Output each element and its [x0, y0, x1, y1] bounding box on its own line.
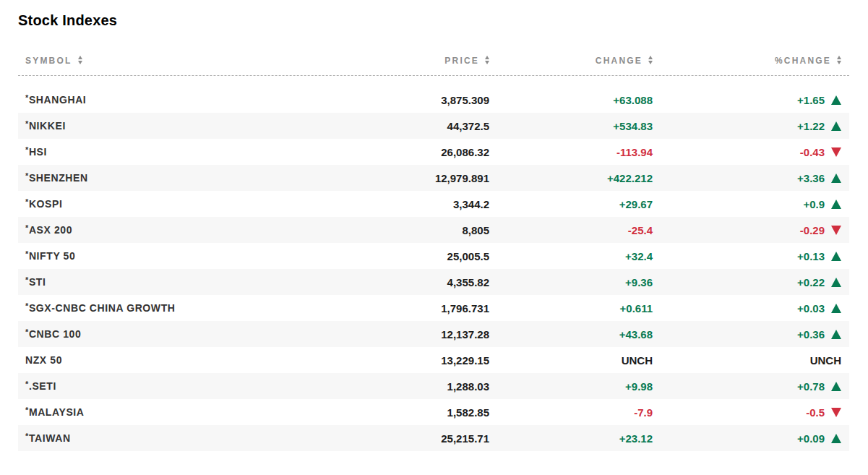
- table-row: *KOSPI 3,344.2 +29.67 +0.9: [18, 191, 849, 217]
- column-header-label: SYMBOL: [25, 56, 72, 66]
- table-row: *STI 4,355.82 +9.36 +0.22: [18, 269, 849, 295]
- pct-change-value: -0.29: [800, 224, 825, 236]
- pct-change-value: +0.09: [797, 432, 825, 445]
- page-title: Stock Indexes: [18, 12, 849, 29]
- pct-change-value: +0.13: [797, 250, 825, 262]
- price-value: 4,355.82: [294, 276, 489, 288]
- symbol-cell[interactable]: *MALAYSIA: [18, 406, 294, 418]
- price-value: 25,005.5: [294, 250, 489, 262]
- symbol-marker: *: [25, 249, 29, 258]
- symbol-marker: *: [25, 406, 29, 414]
- pct-change-value: +1.22: [797, 120, 825, 132]
- change-value: +9.36: [489, 276, 653, 288]
- table-row: NZX 50 13,229.15 UNCH UNCH: [18, 347, 849, 373]
- symbol-marker: *: [25, 93, 29, 102]
- column-header-label: PRICE: [444, 56, 479, 66]
- symbol-label: STI: [29, 276, 46, 288]
- symbol-marker: *: [25, 171, 29, 180]
- symbol-label: HSI: [29, 146, 47, 158]
- change-value: +9.98: [489, 380, 653, 393]
- change-value: -7.9: [489, 406, 653, 419]
- symbol-marker: *: [25, 432, 29, 440]
- up-arrow-icon: [831, 121, 841, 131]
- symbol-cell[interactable]: *SGX-CNBC CHINA GROWTH: [18, 302, 294, 314]
- pct-change-value: +0.22: [797, 276, 825, 288]
- table-row: *ASX 200 8,805 -25.4 -0.29: [18, 217, 849, 243]
- symbol-cell[interactable]: *TAIWAN: [18, 432, 294, 444]
- symbol-cell[interactable]: *SHANGHAI: [18, 94, 294, 106]
- pct-change-cell: +0.36: [653, 328, 841, 341]
- symbol-marker: *: [25, 223, 29, 232]
- change-value: -113.94: [489, 146, 653, 158]
- pct-change-cell: -0.29: [653, 224, 841, 236]
- table-row: *SHANGHAI 3,875.309 +63.088 +1.65: [18, 87, 849, 113]
- table-row: *TAIWAN 25,215.71 +23.12 +0.09: [18, 425, 849, 451]
- up-arrow-icon: [831, 200, 841, 209]
- pct-change-cell: UNCH: [653, 354, 841, 367]
- symbol-label: TAIWAN: [29, 432, 71, 444]
- change-value: +29.67: [489, 198, 653, 210]
- change-value: +43.68: [489, 328, 653, 341]
- symbol-marker: *: [25, 380, 29, 388]
- symbol-cell[interactable]: *CNBC 100: [18, 328, 294, 340]
- price-value: 13,229.15: [294, 354, 489, 367]
- table-row: *.SETI 1,288.03 +9.98 +0.78: [18, 373, 849, 399]
- pct-change-value: -0.43: [800, 146, 825, 158]
- pct-change-value: -0.5: [806, 406, 825, 419]
- symbol-cell[interactable]: *SHENZHEN: [18, 172, 294, 184]
- symbol-marker: *: [25, 328, 29, 336]
- column-header-pct-change[interactable]: %CHANGE: [653, 56, 841, 66]
- price-value: 25,215.71: [294, 432, 489, 445]
- price-value: 26,086.32: [294, 146, 489, 158]
- symbol-label: NZX 50: [25, 354, 62, 366]
- pct-change-cell: +0.9: [653, 198, 841, 210]
- change-value: -25.4: [489, 224, 653, 236]
- symbol-label: KOSPI: [29, 198, 63, 210]
- symbol-label: .SETI: [29, 380, 56, 392]
- symbol-cell[interactable]: NZX 50: [18, 354, 294, 366]
- column-header-price[interactable]: PRICE: [294, 56, 489, 66]
- up-arrow-icon: [831, 174, 841, 183]
- pct-change-cell: +0.78: [653, 380, 841, 393]
- change-value: +63.088: [489, 94, 653, 106]
- up-arrow-icon: [831, 278, 841, 287]
- symbol-cell[interactable]: *NIFTY 50: [18, 250, 294, 262]
- table-row: *NIKKEI 44,372.5 +534.83 +1.22: [18, 113, 849, 139]
- table-row: *SGX-CNBC CHINA GROWTH 1,796.731 +0.611 …: [18, 295, 849, 321]
- table-row: *CNBC 100 12,137.28 +43.68 +0.36: [18, 321, 849, 347]
- column-header-change[interactable]: CHANGE: [489, 56, 653, 66]
- price-value: 1,796.731: [294, 302, 489, 314]
- sort-icon: [78, 56, 82, 64]
- symbol-label: SGX-CNBC CHINA GROWTH: [29, 302, 176, 314]
- pct-change-cell: -0.43: [653, 146, 841, 158]
- price-value: 12,137.28: [294, 328, 489, 341]
- column-header-label: %CHANGE: [775, 56, 831, 66]
- stock-indexes-module: Stock Indexes SYMBOL PRICE CHANGE %CHANG…: [18, 12, 849, 451]
- symbol-label: NIKKEI: [29, 120, 66, 132]
- symbol-marker: *: [25, 145, 29, 154]
- pct-change-value: +0.03: [797, 302, 825, 314]
- sort-icon: [648, 56, 653, 64]
- pct-change-cell: +3.36: [653, 172, 841, 184]
- pct-change-cell: +0.13: [653, 250, 841, 262]
- pct-change-value: +1.65: [797, 94, 825, 106]
- symbol-cell[interactable]: *KOSPI: [18, 198, 294, 210]
- pct-change-value: +0.36: [797, 328, 825, 341]
- column-header-symbol[interactable]: SYMBOL: [18, 56, 294, 66]
- table-row: *HSI 26,086.32 -113.94 -0.43: [18, 139, 849, 165]
- price-value: 8,805: [294, 224, 489, 236]
- symbol-cell[interactable]: *.SETI: [18, 380, 294, 392]
- down-arrow-icon: [831, 408, 841, 417]
- pct-change-cell: +0.03: [653, 302, 841, 314]
- symbol-cell[interactable]: *NIKKEI: [18, 120, 294, 132]
- symbol-label: NIFTY 50: [29, 250, 75, 262]
- price-value: 44,372.5: [294, 120, 489, 132]
- symbol-cell[interactable]: *STI: [18, 276, 294, 288]
- change-value: +23.12: [489, 432, 653, 445]
- symbol-cell[interactable]: *ASX 200: [18, 224, 294, 236]
- up-arrow-icon: [831, 330, 841, 339]
- symbol-cell[interactable]: *HSI: [18, 146, 294, 158]
- change-value: +422.212: [489, 172, 653, 184]
- pct-change-cell: +1.22: [653, 120, 841, 132]
- symbol-marker: *: [25, 197, 29, 206]
